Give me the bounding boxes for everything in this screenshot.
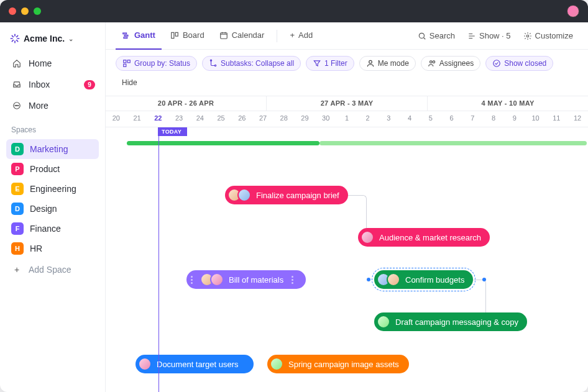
- day-cell[interactable]: 10: [525, 111, 546, 127]
- drag-grip-icon[interactable]: [188, 276, 195, 284]
- hide-button[interactable]: Hide: [116, 76, 144, 89]
- chevron-down-icon: ⌄: [68, 35, 73, 42]
- chip-label: Hide: [122, 78, 137, 87]
- show-button[interactable]: Show · 5: [462, 28, 516, 43]
- tab-gantt[interactable]: Gantt: [116, 22, 162, 50]
- search-label: Search: [430, 31, 455, 40]
- task-pill[interactable]: Draft campaign messaging & copy: [374, 312, 527, 331]
- sidebar-space-item[interactable]: EEngineering: [6, 179, 99, 199]
- progress-segment: [127, 141, 319, 145]
- customize-button[interactable]: Customize: [518, 28, 578, 43]
- logo-icon: [10, 34, 20, 43]
- task-label: Bill of materials: [229, 275, 283, 285]
- day-cell[interactable]: 22: [147, 111, 168, 127]
- chip-label: Group by: Status: [134, 59, 190, 68]
- day-cell[interactable]: 30: [315, 111, 336, 127]
- progress-segment: [319, 141, 587, 145]
- day-cell[interactable]: 23: [168, 111, 190, 127]
- day-cell[interactable]: 1: [336, 111, 357, 127]
- day-cell[interactable]: 6: [441, 111, 462, 127]
- me-mode-chip[interactable]: Me mode: [359, 56, 416, 71]
- close-window-button[interactable]: [9, 7, 16, 15]
- sidebar-space-item[interactable]: HHR: [6, 239, 99, 258]
- week-header: 20 APR - 26 APR27 APR - 3 MAY4 MAY - 10 …: [106, 96, 588, 111]
- add-view-button[interactable]: + Add: [283, 22, 319, 50]
- space-label: HR: [30, 244, 42, 253]
- svg-point-2: [16, 105, 17, 106]
- tab-label: Add: [298, 30, 313, 40]
- add-space-button[interactable]: + Add Space: [6, 260, 99, 280]
- tab-calendar[interactable]: Calendar: [213, 22, 271, 50]
- selection-handle[interactable]: [367, 278, 370, 281]
- assignee-avatars: [138, 357, 152, 371]
- assignees-chip[interactable]: Assignees: [421, 56, 480, 71]
- task-pill[interactable]: Audience & market research: [358, 228, 490, 247]
- day-cell[interactable]: 8: [483, 111, 504, 127]
- sidebar-space-item[interactable]: DDesign: [6, 199, 99, 219]
- task-pill[interactable]: Finalize campaign brief: [225, 186, 348, 204]
- workspace-switcher[interactable]: Acme Inc. ⌄: [6, 31, 99, 46]
- show-closed-chip[interactable]: Show closed: [485, 56, 553, 71]
- task-pill[interactable]: Confirm budgets: [374, 270, 473, 289]
- day-cell[interactable]: 24: [190, 111, 211, 127]
- svg-point-17: [369, 60, 372, 63]
- tab-board[interactable]: Board: [164, 22, 211, 50]
- selection-handle[interactable]: [482, 278, 486, 281]
- svg-rect-12: [124, 60, 126, 63]
- filter-chip[interactable]: 1 Filter: [306, 56, 354, 71]
- day-cell[interactable]: 29: [295, 111, 316, 127]
- maximize-window-button[interactable]: [34, 7, 41, 15]
- day-cell[interactable]: 28: [273, 111, 295, 127]
- svg-rect-4: [123, 32, 127, 34]
- svg-point-11: [526, 35, 529, 37]
- space-letter-icon: P: [11, 163, 24, 175]
- nav-inbox[interactable]: Inbox 9: [6, 75, 99, 94]
- subtasks-chip[interactable]: Subtasks: Collapse all: [202, 56, 301, 71]
- inbox-icon: [11, 79, 22, 90]
- day-cell[interactable]: 21: [127, 111, 148, 127]
- group-by-chip[interactable]: Group by: Status: [116, 56, 197, 71]
- task-pill[interactable]: Document target users: [136, 355, 254, 373]
- day-cell[interactable]: 2: [357, 111, 379, 127]
- day-cell[interactable]: 5: [420, 111, 441, 127]
- day-cell[interactable]: 9: [504, 111, 525, 127]
- svg-rect-9: [220, 32, 227, 38]
- day-cell[interactable]: 25: [211, 111, 232, 127]
- app-window: Acme Inc. ⌄ Home Inbox 9 More: [0, 0, 588, 392]
- drag-grip-icon[interactable]: [288, 276, 296, 284]
- day-cell[interactable]: 12: [567, 111, 588, 127]
- tab-label: Board: [183, 30, 204, 40]
- assignee-avatars: [227, 188, 251, 202]
- sidebar-space-item[interactable]: DMarketing: [6, 139, 99, 159]
- user-avatar[interactable]: [567, 5, 579, 17]
- sidebar-space-item[interactable]: FFinance: [6, 219, 99, 239]
- task-label: Draft campaign messaging & copy: [395, 317, 518, 327]
- plus-icon: +: [11, 264, 22, 275]
- task-label: Spring campaign image assets: [288, 360, 399, 369]
- week-label: 20 APR - 26 APR: [106, 96, 267, 111]
- day-cell[interactable]: 4: [399, 111, 420, 127]
- nav-label: Inbox: [29, 80, 50, 89]
- task-pill[interactable]: Spring campaign image assets: [267, 355, 409, 373]
- sidebar-space-item[interactable]: PProduct: [6, 159, 99, 179]
- view-toolbar: Gantt Board Calendar + Add: [106, 22, 588, 50]
- search-button[interactable]: Search: [413, 28, 460, 43]
- nav-more[interactable]: More: [6, 96, 99, 116]
- nav-label: Home: [29, 58, 52, 68]
- svg-rect-8: [175, 32, 178, 36]
- assignee-avatars: [361, 230, 374, 244]
- space-label: Finance: [30, 224, 61, 234]
- day-cell[interactable]: 3: [379, 111, 400, 127]
- day-cell[interactable]: 7: [462, 111, 483, 127]
- chip-label: Show closed: [504, 59, 546, 68]
- day-cell[interactable]: 20: [106, 111, 127, 127]
- day-cell[interactable]: 27: [252, 111, 273, 127]
- today-line: [158, 135, 159, 392]
- day-cell[interactable]: 11: [546, 111, 567, 127]
- minimize-window-button[interactable]: [21, 7, 29, 15]
- task-pill[interactable]: Bill of materials: [186, 270, 306, 289]
- week-label: 27 APR - 3 MAY: [267, 96, 428, 111]
- gantt-body[interactable]: Finalize campaign briefAudience & market…: [106, 127, 588, 392]
- day-cell[interactable]: 26: [231, 111, 252, 127]
- nav-home[interactable]: Home: [6, 53, 99, 73]
